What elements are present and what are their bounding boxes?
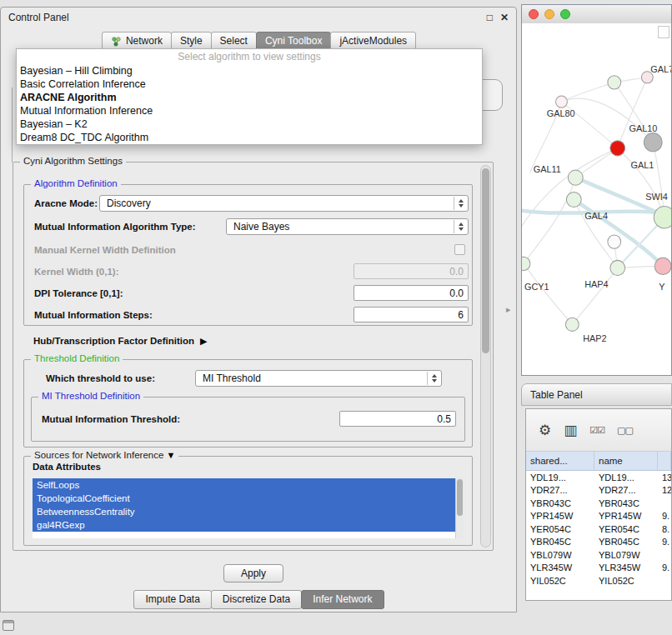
table-cell: YBL079W [594,550,658,560]
columns-icon[interactable]: ▥ [564,423,577,438]
mi-steps-label: Mutual Information Steps: [34,307,153,323]
close-panel-icon[interactable]: ✕ [500,12,509,22]
collapsed-panel-icon[interactable] [3,620,14,631]
tab-style[interactable]: Style [171,32,212,50]
table-cell: YDL19... [526,472,594,482]
attributes-scrollbar-thumb[interactable] [457,479,463,516]
table-window: ⚙▥☑☑▢▢ shared...name YDL19...YDL19...13Y… [525,408,672,601]
tab-network[interactable]: Network [102,32,172,50]
network-node[interactable] [608,235,621,248]
table-row[interactable]: YBR045CYBR045C9. [526,536,671,549]
table-row[interactable]: YBL079WYBL079W [526,548,671,562]
collapse-arrow-icon[interactable]: ▼ [167,450,176,460]
aracne-mode-select[interactable]: Discovery [99,195,469,212]
table-row[interactable]: YER054CYER054C8. [526,522,671,536]
algorithm-definition-title: Algorithm Definition [31,178,121,188]
network-node[interactable] [566,192,581,207]
network-node[interactable] [556,96,568,108]
attribute-item-selfloops[interactable]: SelfLoops [33,478,455,492]
column-header-shared[interactable]: shared... [526,452,594,470]
float-panel-icon[interactable]: □ [487,12,493,22]
network-node[interactable] [608,76,621,89]
network-node[interactable] [610,141,625,156]
node-label-hap4: HAP4 [584,279,608,289]
settings-scrollbar[interactable] [480,165,491,548]
bottom-tab-infer-network[interactable]: Infer Network [301,590,384,609]
combo-stepper-icon [454,220,467,233]
tab-select[interactable]: Select [211,32,257,50]
settings-scrollbar-thumb[interactable] [482,168,489,353]
attribute-item-topologicalcoefficient[interactable]: TopologicalCoefficient [33,492,455,505]
network-edge[interactable] [614,82,653,142]
attribute-item-betweennesscentrality[interactable]: BetweennessCentrality [33,505,455,518]
table-row[interactable]: YDR27...YDR27...12 [526,484,671,498]
network-edge[interactable] [524,178,575,263]
table-cell: 9. [658,511,671,521]
zoom-window-icon[interactable] [560,9,570,19]
deselect-boxes-icon[interactable]: ▢▢ [617,426,633,435]
network-canvas[interactable]: GAL7GAL80GAL10GAL11GAL1SWI4GAL4GCY1HAP4Y… [522,23,671,375]
select-all-checks-icon[interactable]: ☑☑ [589,426,604,435]
node-label-gal1: GAL1 [631,160,654,170]
tab-cyni-toolbox[interactable]: Cyni Toolbox [256,32,331,50]
network-graph[interactable]: GAL7GAL80GAL10GAL11GAL1SWI4GAL4GCY1HAP4Y… [522,23,671,375]
algorithm-option-aracne-algorithm[interactable]: ARACNE Algorithm [17,91,482,104]
tab-jactivemodules[interactable]: jActiveModules [330,32,416,50]
table-row[interactable]: YLR345WYLR345W9. [526,562,671,575]
manual-kernel-checkbox[interactable] [454,244,465,255]
network-node[interactable] [522,257,530,270]
manual-kernel-label: Manual Kernel Width Definition [34,242,176,258]
network-node[interactable] [644,133,662,152]
mi-steps-input[interactable] [354,307,469,322]
network-edge[interactable] [572,268,617,324]
kernel-width-input[interactable] [354,263,469,279]
bottom-tab-impute-data[interactable]: Impute Data [133,590,211,609]
network-edge[interactable] [524,263,572,324]
column-header-name[interactable]: name [594,452,658,470]
splitter-handle[interactable]: ▸ [506,304,511,315]
table-cell: YDR27... [594,485,658,495]
algorithm-option-bayesian-k2[interactable]: Bayesian – K2 [17,118,482,131]
birdseye-toggle[interactable] [658,26,669,38]
gear-icon[interactable]: ⚙ [539,423,551,438]
network-node[interactable] [654,258,671,274]
algorithm-option-basic-correlation-inference[interactable]: Basic Correlation Inference [17,78,482,91]
network-node[interactable] [654,207,671,228]
aracne-mode-row: Aracne Mode: Discovery [24,195,472,212]
algorithm-dropdown-popup: Select algorithm to view settings Bayesi… [16,48,483,145]
column-header-extra[interactable] [658,452,671,470]
network-edge[interactable] [653,142,664,218]
attribute-item-gal4rgexp[interactable]: gal4RGexp [33,518,455,532]
bottom-tab-discretize-data[interactable]: Discretize Data [211,590,302,609]
hub-definition-toggle[interactable]: Hub/Transcription Factor Definition ▶ [33,333,207,348]
network-node[interactable] [568,170,583,185]
apply-button[interactable]: Apply [223,564,283,582]
table-row[interactable]: YDL19...YDL19...13 [526,471,671,484]
close-window-icon[interactable] [529,9,539,19]
table-cell: YDR27... [526,485,594,495]
attributes-scrollbar[interactable] [455,478,464,538]
node-label-y: Y [659,282,665,292]
minimize-window-icon[interactable] [544,9,554,19]
table-cell: YBR043C [526,498,594,508]
table-panel-header: Table Panel [521,383,672,406]
data-attributes-label: Data Attributes [33,462,101,472]
algorithm-option-mutual-information-inference[interactable]: Mutual Information Inference [17,104,482,118]
network-edge[interactable] [618,78,648,148]
network-node[interactable] [565,318,579,331]
mi-threshold-input[interactable] [339,411,456,427]
which-threshold-select[interactable]: MI Threshold [195,370,442,387]
table-row[interactable]: YPR145WYPR145W9. [526,510,671,523]
expand-arrow-icon: ▶ [200,336,207,347]
table-cell: 12 [658,485,671,495]
algorithm-option-bayesian-hill-climbing[interactable]: Bayesian – Hill Climbing [17,64,482,78]
table-row[interactable]: YIL052CYIL052C [526,574,671,588]
network-node[interactable] [610,260,625,275]
table-cell: YIL052C [526,576,594,586]
mi-algorithm-select[interactable]: Naive Bayes [226,218,469,235]
dpi-tolerance-input[interactable] [354,285,469,301]
node-label-swi4: SWI4 [645,191,668,201]
algorithm-option-dream8-dc-tdc-algorithm[interactable]: Dream8 DC_TDC Algorithm [17,131,482,144]
table-row[interactable]: YBR043CYBR043C [526,497,671,510]
tab-label: Style [180,35,203,47]
